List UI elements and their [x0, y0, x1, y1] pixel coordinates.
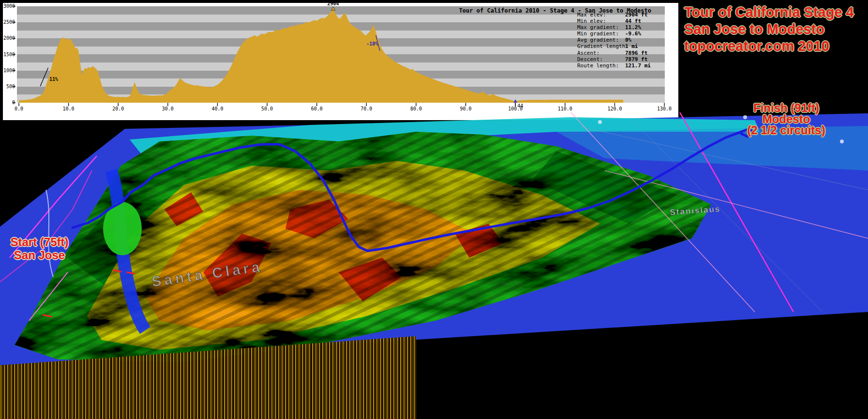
x-axis-label: 10.0 [58, 106, 79, 111]
finish-line1: Finish (91ft) [704, 102, 868, 113]
x-axis-label: 100.0 [505, 106, 526, 111]
elevation-profile-chart: 29044411%-10% Tour of California 2010 - … [17, 6, 665, 103]
x-axis-label: 90.0 [455, 106, 477, 111]
x-axis-label: 80.0 [405, 106, 427, 111]
stat-row: Ascent:7896 ft [577, 50, 651, 56]
y-axis-label: 2000 [3, 35, 15, 41]
stat-value: 7879 ft [625, 56, 647, 62]
x-axis-label: 40.0 [207, 106, 228, 111]
stat-value: 7896 ft [625, 50, 647, 56]
stat-row: Descent:7879 ft [577, 56, 651, 62]
stat-row: Avg gradient:0% [577, 37, 651, 43]
stat-label: Min gradient: [577, 31, 625, 37]
y-axis-label: 1000 [3, 68, 15, 73]
y-axis-label: 3000 [3, 3, 15, 9]
relief-map: Santa Clara Stanislaus [0, 112, 868, 419]
road-shield-3 [840, 140, 844, 143]
stat-label: Descent: [577, 56, 625, 62]
y-axis-label: 500 [3, 84, 15, 89]
start-label: Start (75ft) San Jose [2, 235, 77, 262]
watermark-title-line2: San Jose to Modesto [684, 21, 854, 38]
stat-value: 1 mi [625, 43, 638, 49]
x-axis-label: 60.0 [306, 106, 328, 111]
x-axis-label: 130.0 [654, 106, 675, 111]
start-line1: Start (75ft) [2, 235, 77, 248]
stat-label: Ascent: [577, 50, 625, 56]
x-axis-label: 110.0 [554, 106, 576, 111]
watermark-title-line3: topocreator.com 2010 [684, 38, 854, 55]
peak-elevation-label: 2904 [328, 1, 339, 6]
x-axis-label: 30.0 [157, 106, 179, 111]
stat-row: Min elev:44 ft [577, 18, 651, 24]
stat-label: Min elev: [577, 18, 625, 24]
stat-label: Route length: [577, 62, 625, 69]
y-axis-label: 2500 [3, 19, 15, 25]
x-axis-label: 0.0 [8, 106, 30, 111]
stat-label: Avg gradient: [577, 37, 625, 43]
topocreator-stage-image: 29044411%-10% Tour of California 2010 - … [0, 0, 868, 419]
x-axis-label: 70.0 [356, 106, 377, 111]
gradient-annotation-grad-down: -10% [366, 41, 378, 47]
watermark-title: Tour of California Stage 4 San Jose to M… [684, 4, 854, 55]
watermark-title-line1: Tour of California Stage 4 [684, 4, 854, 21]
stat-value: 2904 ft [625, 12, 647, 18]
x-axis-label: 50.0 [256, 106, 278, 111]
stat-value: 11.2% [625, 24, 641, 31]
stat-label: Gradient length: [577, 43, 625, 49]
y-axis-label: 1500 [3, 52, 15, 57]
stat-row: Max elev:2904 ft [577, 12, 651, 18]
y-axis-label: 0 [3, 100, 15, 105]
start-line2: San Jose [2, 248, 77, 262]
stat-label: Max gradient: [577, 24, 625, 31]
stat-value: 0% [625, 37, 631, 43]
stat-label: Max elev: [577, 12, 625, 18]
stat-value: 44 ft [625, 18, 641, 24]
finish-line2: Modesto [704, 113, 868, 124]
peak-marker [331, 6, 335, 10]
gradient-annotation-grad-up: 11% [49, 77, 58, 82]
road-shield-1 [598, 120, 602, 124]
elevation-area [19, 9, 623, 103]
x-axis-label: 120.0 [604, 106, 625, 111]
stat-row: Gradient length:1 mi [577, 43, 651, 49]
elevation-profile-panel: 29044411%-10% Tour of California 2010 - … [3, 3, 678, 120]
stat-row: Max gradient:11.2% [577, 24, 651, 31]
stat-row: Min gradient:-9.6% [577, 31, 651, 37]
stat-value: 121.7 mi [625, 62, 651, 69]
stat-row: Route length:121.7 mi [577, 62, 651, 69]
x-axis-label: 20.0 [107, 106, 129, 111]
elevation-profile-svg: 29044411%-10% [17, 6, 665, 103]
stat-value: -9.6% [625, 31, 641, 37]
finish-label: Finish (91ft) Modesto (2 1/2 circuits) [704, 102, 868, 136]
stats-panel: Max elev:2904 ftMin elev:44 ftMax gradie… [577, 12, 651, 69]
finish-line3: (2 1/2 circuits) [704, 124, 868, 136]
